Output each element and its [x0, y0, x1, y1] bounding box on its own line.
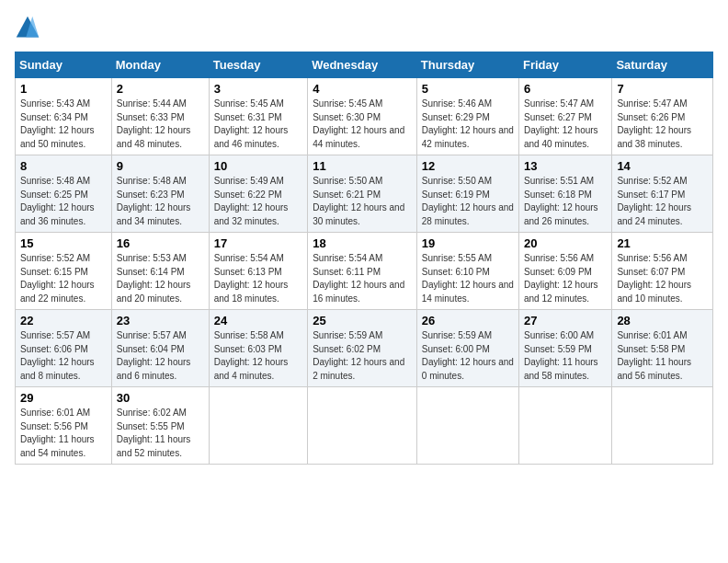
col-header-thursday: Thursday — [416, 52, 518, 78]
calendar-cell: 30Sunrise: 6:02 AMSunset: 5:55 PMDayligh… — [111, 387, 209, 465]
day-number: 3 — [214, 82, 302, 96]
day-number: 11 — [313, 159, 412, 173]
calendar-cell: 1Sunrise: 5:43 AMSunset: 6:34 PMDaylight… — [16, 78, 112, 155]
cell-info: Sunrise: 5:48 AMSunset: 6:25 PMDaylight:… — [20, 176, 95, 226]
day-number: 29 — [20, 391, 107, 405]
cell-info: Sunrise: 5:57 AMSunset: 6:04 PMDaylight:… — [117, 330, 191, 381]
calendar-cell: 28Sunrise: 6:01 AMSunset: 5:58 PMDayligh… — [612, 310, 713, 387]
page-header — [15, 15, 713, 40]
day-number: 15 — [20, 236, 107, 250]
cell-info: Sunrise: 5:59 AMSunset: 6:00 PMDaylight:… — [422, 330, 514, 381]
cell-info: Sunrise: 5:50 AMSunset: 6:19 PMDaylight:… — [422, 176, 514, 226]
calendar-cell: 5Sunrise: 5:46 AMSunset: 6:29 PMDaylight… — [416, 78, 518, 155]
day-number: 10 — [214, 159, 302, 173]
calendar-cell: 6Sunrise: 5:47 AMSunset: 6:27 PMDaylight… — [518, 78, 611, 155]
col-header-tuesday: Tuesday — [209, 52, 307, 78]
calendar-cell — [416, 387, 518, 465]
calendar-table: SundayMondayTuesdayWednesdayThursdayFrid… — [15, 52, 713, 465]
week-row: 22Sunrise: 5:57 AMSunset: 6:06 PMDayligh… — [16, 310, 713, 387]
calendar-cell: 26Sunrise: 5:59 AMSunset: 6:00 PMDayligh… — [416, 310, 518, 387]
col-header-wednesday: Wednesday — [308, 52, 417, 78]
day-number: 6 — [524, 82, 607, 96]
logo-icon — [15, 15, 40, 40]
col-header-monday: Monday — [111, 52, 209, 78]
calendar-cell: 13Sunrise: 5:51 AMSunset: 6:18 PMDayligh… — [518, 155, 611, 233]
day-number: 24 — [214, 314, 302, 327]
calendar-cell: 23Sunrise: 5:57 AMSunset: 6:04 PMDayligh… — [111, 310, 209, 387]
cell-info: Sunrise: 5:52 AMSunset: 6:17 PMDaylight:… — [617, 176, 691, 226]
week-row: 8Sunrise: 5:48 AMSunset: 6:25 PMDaylight… — [16, 155, 713, 233]
cell-info: Sunrise: 6:01 AMSunset: 5:58 PMDaylight:… — [617, 330, 691, 381]
calendar-cell: 27Sunrise: 6:00 AMSunset: 5:59 PMDayligh… — [518, 310, 611, 387]
calendar-cell — [308, 387, 417, 465]
cell-info: Sunrise: 5:55 AMSunset: 6:10 PMDaylight:… — [422, 253, 514, 304]
calendar-cell: 11Sunrise: 5:50 AMSunset: 6:21 PMDayligh… — [308, 155, 417, 233]
cell-info: Sunrise: 5:46 AMSunset: 6:29 PMDaylight:… — [422, 98, 514, 149]
calendar-cell: 21Sunrise: 5:56 AMSunset: 6:07 PMDayligh… — [612, 233, 713, 310]
cell-info: Sunrise: 5:52 AMSunset: 6:15 PMDaylight:… — [20, 253, 95, 304]
cell-info: Sunrise: 5:50 AMSunset: 6:21 PMDaylight:… — [313, 176, 404, 226]
col-header-friday: Friday — [518, 52, 611, 78]
day-number: 9 — [117, 159, 204, 173]
day-number: 21 — [617, 236, 708, 250]
cell-info: Sunrise: 5:54 AMSunset: 6:13 PMDaylight:… — [214, 253, 289, 304]
day-number: 30 — [117, 391, 204, 405]
calendar-cell — [209, 387, 307, 465]
day-number: 7 — [617, 82, 708, 96]
calendar-cell — [612, 387, 713, 465]
day-number: 1 — [20, 82, 107, 96]
calendar-cell: 4Sunrise: 5:45 AMSunset: 6:30 PMDaylight… — [308, 78, 417, 155]
cell-info: Sunrise: 5:56 AMSunset: 6:09 PMDaylight:… — [524, 253, 598, 304]
logo — [15, 15, 44, 40]
calendar-cell: 15Sunrise: 5:52 AMSunset: 6:15 PMDayligh… — [16, 233, 112, 310]
cell-info: Sunrise: 5:58 AMSunset: 6:03 PMDaylight:… — [214, 330, 289, 381]
cell-info: Sunrise: 5:49 AMSunset: 6:22 PMDaylight:… — [214, 176, 289, 226]
day-number: 25 — [313, 314, 412, 327]
calendar-cell: 19Sunrise: 5:55 AMSunset: 6:10 PMDayligh… — [416, 233, 518, 310]
calendar-cell: 14Sunrise: 5:52 AMSunset: 6:17 PMDayligh… — [612, 155, 713, 233]
cell-info: Sunrise: 5:54 AMSunset: 6:11 PMDaylight:… — [313, 253, 404, 304]
header-row: SundayMondayTuesdayWednesdayThursdayFrid… — [16, 52, 713, 78]
week-row: 29Sunrise: 6:01 AMSunset: 5:56 PMDayligh… — [16, 387, 713, 465]
day-number: 20 — [524, 236, 607, 250]
calendar-cell: 7Sunrise: 5:47 AMSunset: 6:26 PMDaylight… — [612, 78, 713, 155]
col-header-sunday: Sunday — [16, 52, 112, 78]
day-number: 5 — [422, 82, 514, 96]
day-number: 17 — [214, 236, 302, 250]
calendar-cell: 9Sunrise: 5:48 AMSunset: 6:23 PMDaylight… — [111, 155, 209, 233]
cell-info: Sunrise: 6:00 AMSunset: 5:59 PMDaylight:… — [524, 330, 598, 381]
cell-info: Sunrise: 5:59 AMSunset: 6:02 PMDaylight:… — [313, 330, 404, 381]
calendar-cell: 10Sunrise: 5:49 AMSunset: 6:22 PMDayligh… — [209, 155, 307, 233]
cell-info: Sunrise: 5:43 AMSunset: 6:34 PMDaylight:… — [20, 98, 95, 149]
calendar-cell: 29Sunrise: 6:01 AMSunset: 5:56 PMDayligh… — [16, 387, 112, 465]
cell-info: Sunrise: 5:56 AMSunset: 6:07 PMDaylight:… — [617, 253, 691, 304]
cell-info: Sunrise: 5:53 AMSunset: 6:14 PMDaylight:… — [117, 253, 191, 304]
week-row: 1Sunrise: 5:43 AMSunset: 6:34 PMDaylight… — [16, 78, 713, 155]
day-number: 14 — [617, 159, 708, 173]
calendar-cell: 2Sunrise: 5:44 AMSunset: 6:33 PMDaylight… — [111, 78, 209, 155]
cell-info: Sunrise: 5:44 AMSunset: 6:33 PMDaylight:… — [117, 98, 191, 149]
day-number: 4 — [313, 82, 412, 96]
cell-info: Sunrise: 6:01 AMSunset: 5:56 PMDaylight:… — [20, 408, 95, 458]
cell-info: Sunrise: 6:02 AMSunset: 5:55 PMDaylight:… — [117, 408, 191, 458]
week-row: 15Sunrise: 5:52 AMSunset: 6:15 PMDayligh… — [16, 233, 713, 310]
calendar-cell: 24Sunrise: 5:58 AMSunset: 6:03 PMDayligh… — [209, 310, 307, 387]
day-number: 2 — [117, 82, 204, 96]
calendar-cell: 20Sunrise: 5:56 AMSunset: 6:09 PMDayligh… — [518, 233, 611, 310]
cell-info: Sunrise: 5:51 AMSunset: 6:18 PMDaylight:… — [524, 176, 598, 226]
cell-info: Sunrise: 5:48 AMSunset: 6:23 PMDaylight:… — [117, 176, 191, 226]
day-number: 22 — [20, 314, 107, 327]
day-number: 8 — [20, 159, 107, 173]
day-number: 23 — [117, 314, 204, 327]
calendar-cell: 8Sunrise: 5:48 AMSunset: 6:25 PMDaylight… — [16, 155, 112, 233]
cell-info: Sunrise: 5:57 AMSunset: 6:06 PMDaylight:… — [20, 330, 95, 381]
calendar-cell: 25Sunrise: 5:59 AMSunset: 6:02 PMDayligh… — [308, 310, 417, 387]
cell-info: Sunrise: 5:45 AMSunset: 6:31 PMDaylight:… — [214, 98, 289, 149]
calendar-cell: 22Sunrise: 5:57 AMSunset: 6:06 PMDayligh… — [16, 310, 112, 387]
day-number: 19 — [422, 236, 514, 250]
day-number: 18 — [313, 236, 412, 250]
day-number: 13 — [524, 159, 607, 173]
day-number: 27 — [524, 314, 607, 327]
cell-info: Sunrise: 5:45 AMSunset: 6:30 PMDaylight:… — [313, 98, 404, 149]
day-number: 28 — [617, 314, 708, 327]
